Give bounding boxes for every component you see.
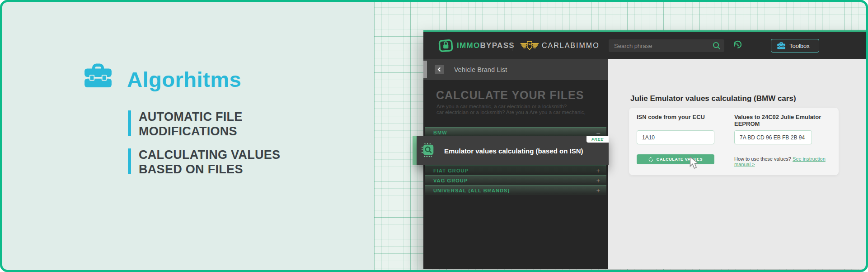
- brand-carlabimmo: CARLABIMMO: [542, 42, 600, 50]
- content-title: Julie Emulator values calculating (BMW c…: [630, 94, 796, 103]
- history-icon[interactable]: [732, 40, 743, 51]
- bullet-line: AUTOMATIC FILE: [139, 110, 243, 124]
- expand-icon[interactable]: +: [596, 177, 600, 184]
- content-panel: Julie Emulator values calculating (BMW c…: [608, 59, 868, 269]
- active-item-label: Emulator values calculating (based on IS…: [444, 147, 583, 154]
- cursor-arrow-icon: [690, 157, 699, 169]
- calculate-values-button[interactable]: CALCULATE VALUES: [637, 154, 714, 164]
- help-row: How to use these values? See instruction…: [734, 156, 839, 167]
- accordion-row-vag-group[interactable]: VAG GROUP +: [425, 175, 606, 185]
- brand-immo: IMMO: [457, 41, 480, 50]
- sidebar-intro: Are you a car mechanic, a car electricia…: [436, 104, 586, 115]
- search-icon[interactable]: [712, 41, 721, 50]
- bullet-bar: [128, 148, 131, 174]
- intro-line-1: Are you a car mechanic, a car electricia…: [436, 104, 586, 110]
- accordion-label: FIAT GROUP: [433, 168, 469, 173]
- sidebar-heading: CALCULATE YOUR FILES: [436, 89, 584, 102]
- accordion-row-bmw[interactable]: BMW –: [425, 127, 606, 137]
- app-header: IMMOBYPASS CAR CARLABIMMO: [423, 32, 868, 59]
- bullet-line: CALCULATING VALUES: [139, 148, 280, 162]
- bullet-bar: [128, 110, 131, 136]
- bullet-calculating-values: CALCULATING VALUES BASED ON FILES: [128, 148, 280, 177]
- chip-search-icon: [421, 143, 436, 157]
- subheader-title: Vehicle Brand List: [454, 66, 507, 73]
- eeprom-values-input[interactable]: [734, 130, 812, 144]
- expand-icon[interactable]: +: [596, 167, 600, 174]
- bullet-line: BASED ON FILES: [139, 162, 280, 177]
- active-algorithm-card: Emulator values calculating (based on IS…: [413, 136, 609, 165]
- expand-icon[interactable]: +: [596, 187, 600, 194]
- toolbox-icon: [777, 42, 785, 49]
- spinner-icon: [648, 157, 653, 162]
- lock-icon: [438, 38, 453, 52]
- toolbox-button-label: Toolbox: [789, 43, 810, 49]
- subheader-bar: Vehicle Brand List: [423, 59, 608, 80]
- page-title: Algorhitms: [127, 67, 241, 92]
- bullet-line: MODIFICATIONS: [139, 124, 243, 138]
- accordion-label: BMW: [433, 130, 447, 135]
- screenshot-frame: Algorhitms AUTOMATIC FILE MODIFICATIONS …: [0, 0, 868, 272]
- chevron-left-icon: [437, 67, 442, 72]
- accordion-label: VAG GROUP: [433, 178, 468, 183]
- search-input[interactable]: [609, 39, 724, 52]
- edge-scroll-sliver: [423, 61, 427, 78]
- intro-line-2: car electrician or a locksmith? Are you …: [436, 110, 586, 115]
- search-box: [609, 39, 724, 52]
- isn-code-input[interactable]: [637, 130, 714, 144]
- accordion-row-universal[interactable]: UNIVERSAL (ALL BRANDS) +: [425, 185, 606, 195]
- sidebar-panel: CALCULATE YOUR FILES Are you a car mecha…: [423, 80, 608, 269]
- isn-code-label: ISN code from your ECU: [637, 114, 705, 120]
- toolbox-icon: [84, 63, 112, 88]
- form-card: ISN code from your ECU Values to 24C02 J…: [629, 108, 839, 175]
- bullet-automatic-file: AUTOMATIC FILE MODIFICATIONS: [128, 110, 243, 138]
- wings-icon: CAR: [520, 40, 540, 52]
- canvas: Algorhitms AUTOMATIC FILE MODIFICATIONS …: [0, 0, 868, 272]
- help-text: How to use these values?: [734, 156, 791, 162]
- svg-text:CAR: CAR: [527, 43, 533, 46]
- free-badge: FREE: [586, 136, 609, 143]
- toolbox-button[interactable]: Toolbox: [771, 39, 819, 52]
- brand-immobypass: IMMOBYPASS: [457, 41, 515, 50]
- header-divider: [512, 42, 512, 51]
- accordion-row-fiat-group[interactable]: FIAT GROUP +: [425, 165, 606, 175]
- active-algorithm-item[interactable]: Emulator values calculating (based on IS…: [417, 136, 609, 165]
- back-button[interactable]: [435, 65, 444, 74]
- brand-bypass: BYPASS: [480, 41, 514, 50]
- accordion-label: UNIVERSAL (ALL BRANDS): [433, 188, 510, 193]
- collapse-icon[interactable]: –: [596, 129, 600, 136]
- eeprom-values-label: Values to 24C02 Julie Emulator EEPROM: [734, 114, 839, 127]
- active-card-accent-strip: [413, 136, 417, 165]
